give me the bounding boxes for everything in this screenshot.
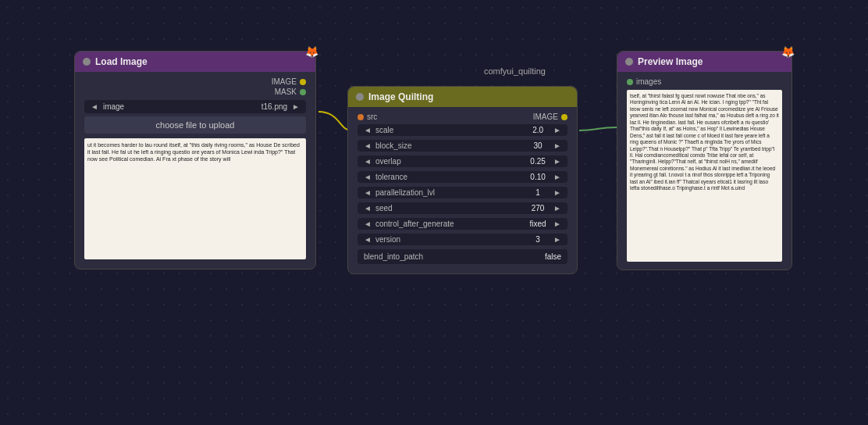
load-image-node: Load Image 🦊 IMAGE MASK ◄ image t16.png … bbox=[74, 51, 316, 270]
upload-button[interactable]: choose file to upload bbox=[84, 116, 306, 134]
param-label-seed: seed bbox=[375, 204, 524, 212]
param-value-seed: 270 bbox=[526, 204, 550, 212]
param-row-version: ◄ version 3 ► bbox=[354, 232, 571, 247]
preview-image-content: tself, at "thirst falast fg quest nowt n… bbox=[627, 90, 782, 262]
image-out-dot[interactable] bbox=[300, 79, 306, 85]
src-in-dot[interactable] bbox=[358, 114, 364, 120]
mask-out-label: MASK bbox=[275, 88, 297, 96]
param-next-tolerance[interactable]: ► bbox=[552, 173, 563, 181]
preview-title: Preview Image bbox=[638, 56, 784, 67]
param-row-seed: ◄ seed 270 ► bbox=[354, 201, 571, 216]
mask-out-port-row: MASK bbox=[81, 87, 309, 97]
src-label: src bbox=[367, 112, 377, 121]
param-label-overlap: overlap bbox=[375, 157, 524, 166]
preview-fox-icon: 🦊 bbox=[781, 45, 795, 59]
preview-header: Preview Image 🦊 bbox=[617, 52, 792, 72]
param-label-tolerance: tolerance bbox=[375, 173, 524, 181]
param-row-block_size: ◄ block_size 30 ► bbox=[354, 138, 571, 153]
param-prev-block_size[interactable]: ◄ bbox=[362, 141, 373, 150]
group-label: comfyui_quilting bbox=[484, 66, 546, 76]
param-prev-overlap[interactable]: ◄ bbox=[362, 157, 373, 166]
quilting-header: Image Quilting bbox=[348, 87, 577, 107]
param-row-control_after_generate: ◄ control_after_generate fixed ► bbox=[354, 216, 571, 231]
quilting-title: Image Quilting bbox=[368, 91, 569, 102]
param-row-overlap: ◄ overlap 0.25 ► bbox=[354, 154, 571, 169]
load-image-preview: ut it becomes harder to lau round itself… bbox=[84, 138, 306, 259]
mask-out-dot[interactable] bbox=[300, 89, 306, 95]
param-value-scale: 2.0 bbox=[526, 126, 550, 134]
param-prev-control_after_generate[interactable]: ◄ bbox=[362, 220, 373, 228]
param-label-scale: scale bbox=[375, 126, 524, 134]
preview-node: Preview Image 🦊 images tself, at "thirst… bbox=[617, 51, 792, 270]
image-filename: t16.png bbox=[197, 102, 287, 111]
param-prev-version[interactable]: ◄ bbox=[362, 235, 373, 244]
quilting-body: src IMAGE ◄ scale 2.0 ► ◄ block_size 30 … bbox=[348, 107, 577, 273]
quilting-node: Image Quilting src IMAGE ◄ scale 2.0 ► ◄… bbox=[347, 86, 578, 274]
param-next-scale[interactable]: ► bbox=[552, 126, 563, 134]
param-next-block_size[interactable]: ► bbox=[552, 141, 563, 150]
param-row-scale: ◄ scale 2.0 ► bbox=[354, 123, 571, 138]
image-out-port-row: IMAGE bbox=[81, 77, 309, 87]
param-label-block_size: block_size bbox=[375, 141, 524, 150]
param-label-parallelization_lvl: parallelization_lvl bbox=[375, 188, 524, 197]
image-label: image bbox=[103, 102, 194, 111]
param-value-parallelization_lvl: 1 bbox=[526, 188, 550, 197]
load-image-status-dot bbox=[83, 58, 91, 66]
image-out-label: IMAGE bbox=[272, 77, 297, 86]
image-prev-btn[interactable]: ◄ bbox=[89, 102, 100, 111]
load-image-body: IMAGE MASK ◄ image t16.png ► choose file… bbox=[75, 72, 315, 269]
param-row-parallelization_lvl: ◄ parallelization_lvl 1 ► bbox=[354, 185, 571, 200]
images-port-label: images bbox=[636, 77, 661, 86]
blend-row: blend_into_patch false bbox=[358, 249, 567, 264]
param-label-control_after_generate: control_after_generate bbox=[375, 220, 524, 228]
param-label-version: version bbox=[375, 235, 524, 244]
param-prev-scale[interactable]: ◄ bbox=[362, 126, 373, 134]
param-value-version: 3 bbox=[526, 235, 550, 244]
load-image-title: Load Image bbox=[95, 56, 308, 67]
preview-status-dot bbox=[625, 58, 633, 66]
param-value-control_after_generate: fixed bbox=[526, 220, 550, 228]
image-next-btn[interactable]: ► bbox=[290, 102, 301, 111]
preview-body: images tself, at "thirst falast fg quest… bbox=[617, 72, 792, 270]
quilting-params: ◄ scale 2.0 ► ◄ block_size 30 ► ◄ overla… bbox=[354, 123, 571, 247]
param-value-overlap: 0.25 bbox=[526, 157, 550, 166]
param-value-block_size: 30 bbox=[526, 141, 550, 150]
param-next-overlap[interactable]: ► bbox=[552, 157, 563, 166]
param-next-control_after_generate[interactable]: ► bbox=[552, 220, 563, 228]
src-type-label: IMAGE bbox=[380, 112, 558, 121]
param-next-seed[interactable]: ► bbox=[552, 204, 563, 212]
param-prev-seed[interactable]: ◄ bbox=[362, 204, 373, 212]
src-out-dot[interactable] bbox=[561, 114, 567, 120]
src-port-row: src IMAGE bbox=[354, 112, 571, 122]
load-image-fox-icon: 🦊 bbox=[305, 45, 319, 59]
load-image-header: Load Image 🦊 bbox=[75, 52, 315, 72]
param-prev-tolerance[interactable]: ◄ bbox=[362, 173, 373, 181]
param-value-tolerance: 0.10 bbox=[526, 173, 550, 181]
blend-label: blend_into_patch bbox=[364, 252, 423, 261]
images-in-dot[interactable] bbox=[627, 79, 633, 85]
param-next-version[interactable]: ► bbox=[552, 235, 563, 244]
image-selector-row: ◄ image t16.png ► bbox=[84, 100, 306, 113]
param-prev-parallelization_lvl[interactable]: ◄ bbox=[362, 188, 373, 197]
quilting-status-dot bbox=[356, 93, 364, 101]
blend-value: false bbox=[545, 252, 561, 261]
images-port-row: images bbox=[624, 77, 785, 87]
param-row-tolerance: ◄ tolerance 0.10 ► bbox=[354, 170, 571, 184]
param-next-parallelization_lvl[interactable]: ► bbox=[552, 188, 563, 197]
